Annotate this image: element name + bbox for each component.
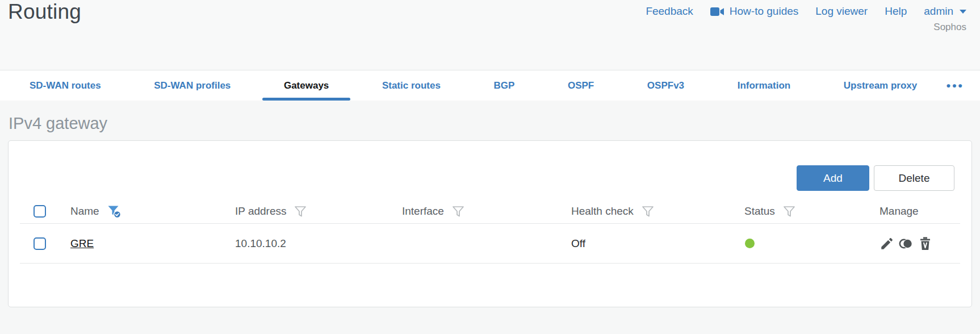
utility-nav: Feedback How-to guides Log viewer Help a… xyxy=(646,5,966,18)
gateway-health-check-value: Off xyxy=(571,237,585,250)
chevron-down-icon xyxy=(960,10,966,14)
tab-bgp[interactable]: BGP xyxy=(469,70,540,101)
row-manage-cell xyxy=(872,236,960,251)
tab-upstream-proxy[interactable]: Upstream proxy xyxy=(819,70,942,101)
gateway-table: Name IP address xyxy=(20,199,960,264)
tab-sd-wan-routes[interactable]: SD-WAN routes xyxy=(5,70,126,101)
name-column-label: Name xyxy=(70,205,99,218)
select-all-checkbox[interactable] xyxy=(33,205,46,218)
main-content: IPv4 gateway Add Delete Name xyxy=(0,114,980,307)
tab-ospf[interactable]: OSPF xyxy=(543,70,619,101)
row-checkbox[interactable] xyxy=(33,237,46,250)
tab-static-routes[interactable]: Static routes xyxy=(357,70,466,101)
delete-button[interactable]: Delete xyxy=(874,165,954,191)
status-up-indicator xyxy=(745,239,755,248)
help-label: Help xyxy=(885,5,907,18)
header-select-cell xyxy=(20,205,62,218)
delete-trash-icon[interactable] xyxy=(918,236,932,251)
tab-sd-wan-profiles[interactable]: SD-WAN profiles xyxy=(129,70,256,101)
row-select-cell xyxy=(20,237,62,250)
header-ip-cell: IP address xyxy=(227,204,394,218)
log-viewer-link[interactable]: Log viewer xyxy=(815,5,868,18)
header-status-cell: Status xyxy=(736,204,872,218)
health-check-filter-icon[interactable] xyxy=(641,204,655,218)
help-link[interactable]: Help xyxy=(885,5,907,18)
table-row: GRE 10.10.10.2 Off xyxy=(20,224,960,264)
feedback-link-label: Feedback xyxy=(646,5,693,18)
interface-filter-icon[interactable] xyxy=(451,204,465,218)
interface-column-label: Interface xyxy=(402,205,444,218)
video-camera-icon xyxy=(710,7,724,16)
ip-address-filter-icon[interactable] xyxy=(294,204,307,218)
row-status-cell xyxy=(736,239,872,248)
tab-information[interactable]: Information xyxy=(713,70,816,101)
page-title: Routing xyxy=(8,0,81,24)
header-name-cell: Name xyxy=(62,204,227,219)
routing-tabbar: SD-WAN routes SD-WAN profiles Gateways S… xyxy=(0,70,980,101)
page-header: Routing Feedback How-to guides Log viewe… xyxy=(0,0,980,70)
table-header-row: Name IP address xyxy=(20,199,960,224)
gateway-ip-value: 10.10.10.2 xyxy=(235,237,286,250)
status-column-label: Status xyxy=(744,205,775,218)
ipv4-gateway-card: Add Delete Name xyxy=(8,140,972,307)
tabs-overflow-button[interactable]: ••• xyxy=(945,70,965,101)
feedback-link[interactable]: Feedback xyxy=(646,5,693,18)
health-check-column-label: Health check xyxy=(571,205,634,218)
header-interface-cell: Interface xyxy=(394,204,563,218)
admin-menu-label: admin xyxy=(924,5,953,18)
log-viewer-label: Log viewer xyxy=(815,5,868,18)
admin-menu[interactable]: admin xyxy=(924,5,966,18)
edit-pencil-icon[interactable] xyxy=(880,236,894,251)
ip-address-column-label: IP address xyxy=(235,205,286,218)
card-toolbar: Add Delete xyxy=(9,141,971,191)
tab-gateways[interactable]: Gateways xyxy=(259,70,354,101)
row-ip-cell: 10.10.10.2 xyxy=(227,237,394,250)
tab-ospfv3[interactable]: OSPFv3 xyxy=(622,70,709,101)
gateway-name-link[interactable]: GRE xyxy=(70,237,94,250)
manage-column-label: Manage xyxy=(880,205,919,218)
how-to-guides-label: How-to guides xyxy=(730,5,798,18)
row-name-cell: GRE xyxy=(62,237,227,250)
header-manage-cell: Manage xyxy=(872,205,960,218)
row-health-check-cell: Off xyxy=(563,237,736,250)
name-filter-active-icon[interactable] xyxy=(107,204,122,219)
how-to-guides-link[interactable]: How-to guides xyxy=(710,5,798,18)
section-title: IPv4 gateway xyxy=(9,114,972,133)
header-health-check-cell: Health check xyxy=(563,204,736,218)
clone-icon[interactable] xyxy=(898,236,914,251)
status-filter-icon[interactable] xyxy=(782,204,796,218)
add-button[interactable]: Add xyxy=(797,165,869,191)
brand-label: Sophos xyxy=(933,22,966,33)
